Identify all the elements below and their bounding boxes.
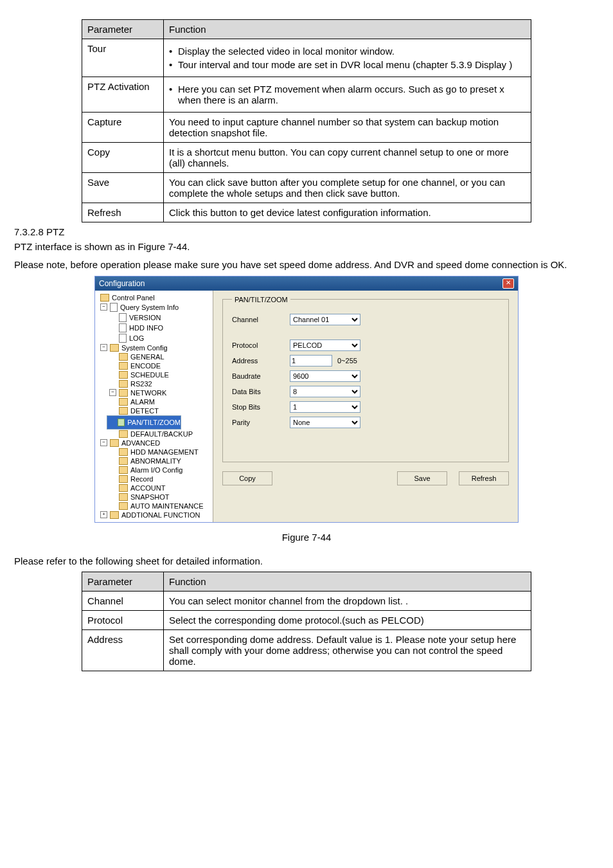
- stopbits-label: Stop Bits: [232, 403, 290, 411]
- folder-icon: [110, 511, 119, 519]
- expand-icon[interactable]: +: [100, 511, 107, 518]
- tree-item[interactable]: −NETWORK: [107, 388, 210, 397]
- parity-label: Parity: [232, 419, 290, 426]
- folder-icon: [119, 448, 128, 456]
- tree-item-label: ACCOUNT: [130, 484, 165, 492]
- tree-item-label: VERSION: [129, 314, 161, 321]
- databits-select[interactable]: 8: [290, 386, 360, 397]
- table-row: Tour Display the selected video in local…: [82, 39, 531, 77]
- cell-func: You can select monitor channel from the …: [164, 592, 531, 611]
- baudrate-select[interactable]: 9600: [290, 370, 360, 382]
- tree-item[interactable]: Alarm I/O Config: [107, 466, 210, 475]
- tree-item[interactable]: ABNORMALITY: [107, 457, 210, 466]
- tree-item[interactable]: LOG: [107, 333, 210, 343]
- cell-func: Click this button to get device latest c…: [164, 203, 531, 222]
- tree-item[interactable]: Control Panel: [98, 293, 210, 302]
- tree-item[interactable]: Record: [107, 475, 210, 484]
- folder-icon: [118, 419, 125, 426]
- address-hint: 0~255: [337, 357, 357, 365]
- close-icon[interactable]: ✕: [502, 278, 514, 289]
- tree-item[interactable]: ACCOUNT: [107, 484, 210, 493]
- tree-item-label: HDD INFO: [129, 324, 163, 332]
- tree-item-label: DEFAULT/BACKUP: [130, 430, 193, 438]
- tree-item-label: Query System Info: [120, 303, 179, 311]
- tree-item-label: SCHEDULE: [130, 371, 169, 379]
- tree-item-label: ENCODE: [130, 362, 161, 370]
- tree-item[interactable]: −ADVANCED: [98, 439, 210, 448]
- tree-item-label: Alarm I/O Config: [130, 466, 182, 474]
- nav-tree[interactable]: Control Panel−Query System InfoVERSIONHD…: [95, 291, 213, 522]
- folder-icon: [119, 398, 128, 406]
- paragraph: Please note, before operation please mak…: [14, 258, 599, 272]
- expand-icon[interactable]: −: [100, 303, 107, 311]
- tree-item[interactable]: −System Config: [98, 343, 210, 352]
- folder-icon: [110, 344, 119, 352]
- cell-param: PTZ Activation: [82, 77, 164, 113]
- cell-param: Save: [82, 173, 164, 203]
- tree-item[interactable]: −Query System Info: [98, 302, 210, 312]
- stopbits-select[interactable]: 1: [290, 401, 360, 413]
- table-row: Refresh Click this button to get device …: [82, 203, 531, 222]
- parameter-function-table-1: Parameter Function Tour Display the sele…: [82, 19, 531, 222]
- expand-icon[interactable]: −: [109, 389, 116, 396]
- tree-item[interactable]: HDD INFO: [107, 323, 210, 333]
- parameter-function-table-2: Parameter Function Channel You can selec…: [82, 572, 531, 671]
- cell-func: It is a shortcut menu button. You can co…: [164, 143, 531, 173]
- tree-item[interactable]: DETECT: [107, 406, 210, 415]
- copy-button[interactable]: Copy: [222, 471, 272, 485]
- tree-item[interactable]: ALARM: [107, 397, 210, 406]
- table-row: Address Set corresponding dome address. …: [82, 630, 531, 671]
- parity-select[interactable]: None: [290, 417, 360, 428]
- tree-item[interactable]: ENCODE: [107, 361, 210, 370]
- refresh-button[interactable]: Refresh: [459, 471, 509, 485]
- channel-select[interactable]: Channel 01: [290, 314, 360, 325]
- cell-param: Copy: [82, 143, 164, 173]
- tree-item[interactable]: AUTO MAINTENANCE: [107, 502, 210, 511]
- folder-icon: [119, 466, 128, 474]
- tree-item-label: Control Panel: [112, 294, 155, 302]
- tree-item[interactable]: VERSION: [107, 312, 210, 323]
- table-row: PTZ Activation Here you can set PTZ move…: [82, 77, 531, 113]
- tree-item[interactable]: RS232: [107, 379, 210, 388]
- bullet-text: Tour interval and tour mode are set in D…: [169, 59, 526, 70]
- folder-icon: [119, 407, 128, 415]
- table-row: Save You can click save button after you…: [82, 173, 531, 203]
- tree-item-label: LOG: [129, 334, 144, 342]
- cell-param: Protocol: [82, 611, 164, 630]
- dialog-titlebar: Configuration ✕: [95, 276, 518, 291]
- expand-icon[interactable]: −: [100, 344, 107, 351]
- table2-header-func: Function: [164, 572, 531, 592]
- cell-param: Capture: [82, 113, 164, 143]
- cell-param: Refresh: [82, 203, 164, 222]
- protocol-select[interactable]: PELCOD: [290, 339, 360, 351]
- folder-icon: [119, 502, 128, 510]
- document-icon: [119, 313, 127, 322]
- tree-item[interactable]: PAN/TILT/ZOOM: [107, 415, 181, 429]
- address-input[interactable]: [290, 355, 332, 366]
- tree-item-label: DETECT: [130, 407, 159, 415]
- cell-func: Display the selected video in local moni…: [164, 39, 531, 77]
- tree-item-label: HDD MANAGEMENT: [130, 448, 199, 456]
- tree-item-label: ADDTIONAL FUNCTION: [121, 511, 200, 519]
- configuration-dialog: Configuration ✕ Control Panel−Query Syst…: [94, 276, 519, 523]
- tree-item[interactable]: +ADDTIONAL FUNCTION: [98, 511, 210, 520]
- tree-item-label: RS232: [130, 380, 152, 388]
- cell-func: Set corresponding dome address. Default …: [164, 630, 531, 671]
- save-button[interactable]: Save: [397, 471, 447, 485]
- tree-item-label: ABNORMALITY: [130, 457, 181, 465]
- tree-item[interactable]: SNAPSHOT: [107, 493, 210, 502]
- address-label: Address: [232, 357, 290, 365]
- table-row: Channel You can select monitor channel f…: [82, 592, 531, 611]
- folder-icon: [119, 380, 128, 388]
- tree-item[interactable]: DEFAULT/BACKUP: [107, 429, 210, 439]
- tree-item[interactable]: HDD MANAGEMENT: [107, 448, 210, 457]
- cell-param: Address: [82, 630, 164, 671]
- expand-icon[interactable]: −: [100, 439, 107, 446]
- tree-item[interactable]: GENERAL: [107, 352, 210, 361]
- paragraph: Please refer to the following sheet for …: [14, 554, 599, 568]
- cell-func: Select the corresponding dome protocol.(…: [164, 611, 531, 630]
- ptz-fieldset: PAN/TILT/ZOOM ChannelChannel 01 Protocol…: [222, 296, 509, 462]
- tree-item[interactable]: SCHEDULE: [107, 370, 210, 379]
- paragraph: PTZ interface is shown as in Figure 7-44…: [14, 240, 599, 254]
- tree-item-label: Record: [130, 475, 153, 483]
